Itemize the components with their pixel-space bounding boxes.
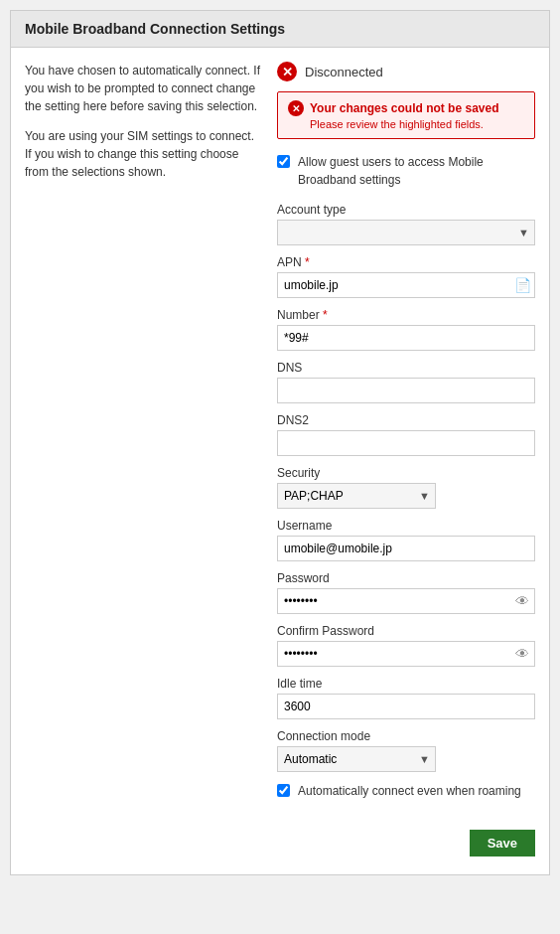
connection-mode-select[interactable]: Automatic Manual [277, 746, 436, 772]
security-select[interactable]: PAP;CHAP PAP CHAP None [277, 483, 436, 509]
bottom-row: Save [277, 814, 535, 860]
account-type-select[interactable] [277, 220, 535, 245]
confirm-password-input-wrapper: 👁 [277, 641, 535, 667]
left-para1: You have chosen to automatically connect… [25, 62, 263, 115]
number-input[interactable] [277, 325, 535, 351]
number-required: * [323, 308, 328, 322]
apn-input[interactable] [277, 272, 535, 298]
number-field: Number * [277, 308, 535, 351]
panel-body: You have chosen to automatically connect… [11, 48, 549, 874]
account-type-field: Account type ▼ [277, 203, 535, 245]
password-input-wrapper: 👁 [277, 588, 535, 614]
guest-checkbox[interactable] [277, 155, 290, 168]
connection-mode-select-wrapper: Automatic Manual ▼ [277, 746, 436, 772]
password-label: Password [277, 571, 535, 585]
dns2-field: DNS2 [277, 413, 535, 456]
roaming-checkbox-row: Automatically connect even when roaming [277, 782, 535, 800]
error-box: ✕ Your changes could not be saved Please… [277, 91, 535, 139]
idle-time-input[interactable] [277, 694, 535, 719]
username-label: Username [277, 519, 535, 533]
password-field: Password 👁 [277, 571, 535, 614]
account-type-label: Account type [277, 203, 535, 217]
save-button[interactable]: Save [470, 830, 535, 856]
dns-field: DNS [277, 361, 535, 403]
security-label: Security [277, 466, 535, 480]
password-reveal-icon[interactable]: 👁 [513, 592, 531, 610]
guest-checkbox-row: Allow guest users to access Mobile Broad… [277, 153, 535, 189]
main-panel: Mobile Broadband Connection Settings You… [10, 10, 550, 875]
status-label: Disconnected [305, 65, 383, 79]
error-subtitle: Please review the highlighted fields. [288, 118, 524, 130]
dns2-input[interactable] [277, 430, 535, 456]
left-para2: You are using your SIM settings to conne… [25, 127, 263, 181]
confirm-password-reveal-icon[interactable]: 👁 [513, 645, 531, 663]
panel-title: Mobile Broadband Connection Settings [11, 11, 549, 48]
idle-time-field: Idle time [277, 677, 535, 719]
connection-mode-label: Connection mode [277, 729, 535, 743]
apn-info-icon[interactable]: 📄 [513, 276, 531, 294]
account-type-wrapper: ▼ [277, 220, 535, 245]
left-column: You have chosen to automatically connect… [25, 62, 263, 860]
apn-input-wrapper: 📄 [277, 272, 535, 298]
apn-label: APN * [277, 255, 535, 269]
confirm-password-field: Confirm Password 👁 [277, 624, 535, 667]
connection-mode-field: Connection mode Automatic Manual ▼ [277, 729, 535, 772]
dns-label: DNS [277, 361, 535, 375]
status-row: ✕ Disconnected [277, 62, 535, 81]
username-input[interactable] [277, 536, 535, 561]
dns2-label: DNS2 [277, 413, 535, 427]
password-input[interactable] [277, 588, 535, 614]
security-field: Security PAP;CHAP PAP CHAP None ▼ [277, 466, 535, 509]
roaming-checkbox-label: Automatically connect even when roaming [298, 782, 521, 800]
error-title: ✕ Your changes could not be saved [288, 100, 524, 116]
disconnected-icon: ✕ [277, 62, 297, 81]
dns-input[interactable] [277, 378, 535, 403]
security-select-wrapper: PAP;CHAP PAP CHAP None ▼ [277, 483, 436, 509]
guest-checkbox-label: Allow guest users to access Mobile Broad… [298, 153, 535, 189]
right-column: ✕ Disconnected ✕ Your changes could not … [277, 62, 535, 860]
apn-field: APN * 📄 [277, 255, 535, 298]
error-icon: ✕ [288, 100, 304, 116]
number-label: Number * [277, 308, 535, 322]
idle-time-label: Idle time [277, 677, 535, 691]
confirm-password-input[interactable] [277, 641, 535, 667]
apn-required: * [305, 255, 310, 269]
username-field: Username [277, 519, 535, 561]
roaming-checkbox[interactable] [277, 784, 290, 797]
confirm-password-label: Confirm Password [277, 624, 535, 638]
